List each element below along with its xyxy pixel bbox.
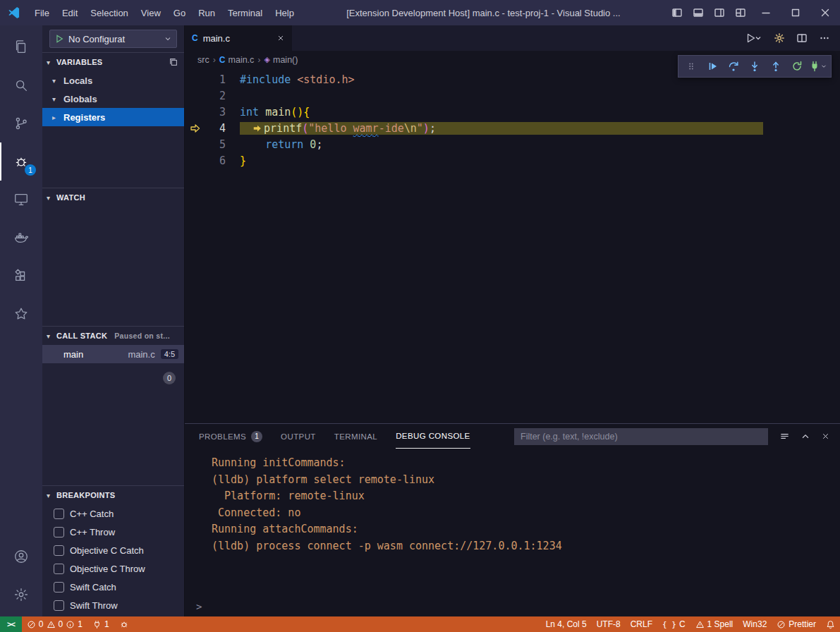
stack-frame-row[interactable]: main main.c 4:5 [42,345,184,363]
panel-tab-terminal[interactable]: TERMINAL [334,424,377,449]
breakpoint-label: Objective C Catch [70,545,144,556]
customize-layout-button[interactable] [730,0,751,25]
platform-status[interactable]: Win32 [738,616,772,632]
launch-config-dropdown[interactable]: No Configurat [49,30,177,48]
notifications[interactable] [821,616,840,632]
menu-selection[interactable]: Selection [84,5,134,21]
current-line-arrow-icon[interactable] [185,123,206,134]
encoding-status[interactable]: UTF-8 [592,616,626,632]
code-text[interactable]: #include <stdio.h> [240,73,355,86]
breakpoint-row[interactable]: C++ Throw [42,523,184,541]
activity-settings[interactable] [0,576,42,614]
tab-main-c[interactable]: C main.c [185,25,292,51]
breakpoint-checkbox[interactable] [54,600,64,611]
spell-status[interactable]: 1 Spell [690,616,738,632]
activity-account[interactable] [0,537,42,576]
variables-header[interactable]: ▾ VARIABLES [42,53,184,71]
panel-tab-output[interactable]: OUTPUT [281,424,316,449]
activity-source-control[interactable] [0,104,42,142]
maximize-panel-icon[interactable] [801,432,810,442]
panel-tab-label: DEBUG CONSOLE [396,432,470,440]
disconnect-icon [809,61,820,72]
console-input-row[interactable]: > [185,597,840,616]
watch-header[interactable]: ▾ WATCH [42,188,184,207]
gear-icon[interactable] [774,32,785,44]
continue-button[interactable] [702,56,722,76]
menu-help[interactable]: Help [269,5,300,21]
breakpoint-checkbox[interactable] [54,509,64,519]
breakpoint-label: Objective C Throw [70,564,145,574]
code-text[interactable]: } [240,154,246,167]
menu-file[interactable]: File [28,5,56,21]
panel-tab-problems[interactable]: PROBLEMS1 [199,424,262,449]
gripper-icon [686,61,696,72]
restart-button[interactable] [787,56,807,76]
minimize-button[interactable] [751,0,781,25]
more-icon[interactable] [819,32,830,44]
breakpoint-checkbox[interactable] [54,582,64,592]
breakpoint-checkbox[interactable] [54,564,64,574]
toggle-secondary-sidebar-button[interactable] [709,0,730,25]
variable-scope-globals[interactable]: ▾Globals [42,90,184,108]
ports-status[interactable]: 1 [87,616,114,632]
panel-tab-debug-console[interactable]: DEBUG CONSOLE [396,424,470,449]
activity-run-and-debug[interactable]: 1 [0,142,42,181]
formatter-status[interactable]: Prettier [772,616,821,632]
problems-status[interactable]: 0 0 1 [22,616,87,632]
close-tab-icon[interactable] [276,34,285,42]
step-out-button[interactable] [766,56,786,76]
remote-indicator[interactable]: >< [0,616,22,632]
collapse-all-icon[interactable] [169,57,178,67]
breadcrumb-item[interactable]: src [197,55,209,65]
toggle-panel-button[interactable] [688,0,709,25]
eol-status[interactable]: CRLF [626,616,657,632]
breakpoint-checkbox[interactable] [54,545,64,556]
menu-terminal[interactable]: Terminal [221,5,269,21]
call-stack-title: CALL STACK [56,332,107,340]
run-dropdown-icon[interactable] [745,32,762,44]
variable-scope-locals[interactable]: ▾Locals [42,71,184,90]
breakpoint-row[interactable]: Objective C Catch [42,541,184,559]
cursor-position[interactable]: Ln 4, Col 5 [541,616,592,632]
menu-edit[interactable]: Edit [56,5,84,21]
lines-icon[interactable] [779,431,790,442]
activity-extensions[interactable] [0,257,42,295]
activity-docker[interactable] [0,219,42,257]
breadcrumb-item[interactable]: ◈main() [264,55,298,65]
code-editor[interactable]: 1#include <stdio.h>23int main(){4 printf… [185,68,840,423]
activity-explorer[interactable] [0,28,42,66]
breakpoint-row[interactable]: C++ Catch [42,504,184,523]
breakpoint-row[interactable]: Swift Throw [42,596,184,614]
menu-run[interactable]: Run [192,5,221,21]
gripper-button[interactable] [681,56,701,76]
breakpoints-section: ▾ BREAKPOINTS C++ CatchC++ ThrowObjectiv… [42,485,184,616]
call-stack-header[interactable]: ▾ CALL STACK Paused on st... [42,327,184,345]
breakpoint-row[interactable]: Swift Catch [42,578,184,596]
activity-remote-explorer[interactable] [0,181,42,219]
menu-go[interactable]: Go [167,5,192,21]
disconnect-button[interactable] [808,56,828,76]
console-filter-input[interactable] [514,428,768,445]
breakpoint-row[interactable]: Objective C Throw [42,559,184,578]
activity-star[interactable] [0,295,42,333]
variable-scope-registers[interactable]: ▸Registers [42,108,184,126]
close-panel-icon[interactable] [821,432,830,441]
maximize-button[interactable] [781,0,810,25]
debug-status[interactable] [114,616,134,632]
breakpoints-header[interactable]: ▾ BREAKPOINTS [42,486,184,504]
activity-search[interactable] [0,66,42,104]
step-over-button[interactable] [724,56,743,76]
split-editor-icon[interactable] [796,32,808,44]
close-button[interactable] [810,0,840,25]
breakpoint-checkbox[interactable] [54,527,64,537]
code-text[interactable]: return 0; [240,138,322,151]
step-into-button[interactable] [745,56,765,76]
start-debug-icon[interactable] [54,34,64,44]
code-text[interactable]: printf("hello wamr-ide\n"); [240,122,763,135]
toggle-sidebar-button[interactable] [666,0,688,25]
language-mode[interactable]: { } C [657,616,690,632]
menu-view[interactable]: View [135,5,167,21]
code-text[interactable]: int main(){ [240,106,310,119]
chevron-down-icon: ▾ [47,59,56,66]
breadcrumb-item[interactable]: Cmain.c [219,55,255,65]
